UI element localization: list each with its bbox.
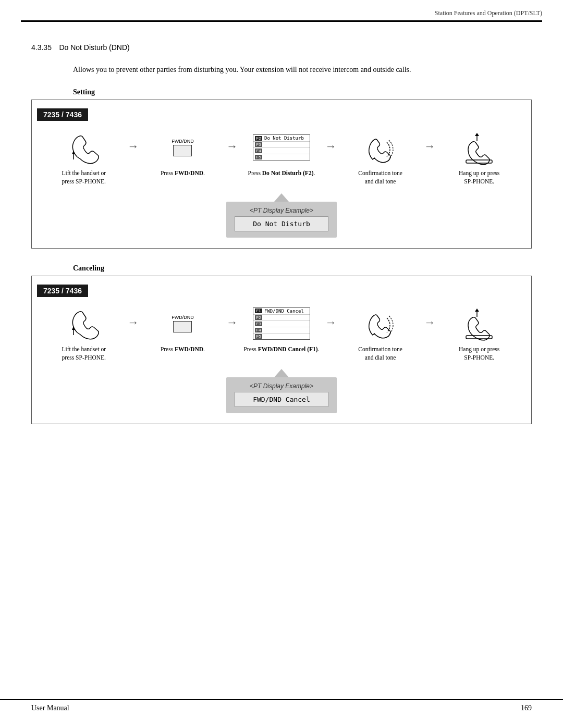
fwd-dnd-button-icon: FWD/DND xyxy=(172,129,194,166)
setting-step-1: Lift the handset orpress SP-PHONE. xyxy=(42,129,126,186)
section-heading: Do Not Disturb (DND) xyxy=(59,43,129,52)
setting-pt-arrow xyxy=(274,193,289,202)
header-text: Station Features and Operation (DPT/SLT) xyxy=(435,9,542,17)
hangup-icon xyxy=(463,129,495,166)
footer-left: User Manual xyxy=(31,704,69,712)
canceling-pt-display: <PT Display Example> FWD/DND Cancel xyxy=(37,369,526,413)
setting-step-4: Confirmation toneand dial tone xyxy=(339,129,422,186)
canceling-step-4: Confirmation toneand dial tone xyxy=(339,305,422,362)
setting-step-3-label: Press Do Not Disturb (F2). xyxy=(248,169,315,177)
page-content: 4.3.35 Do Not Disturb (DND) Allows you t… xyxy=(0,22,563,471)
canceling-label: Canceling xyxy=(31,264,532,273)
canceling-step-4-label: Confirmation toneand dial tone xyxy=(358,345,402,362)
canceling-step-1: Lift the handset orpress SP-PHONE. xyxy=(42,305,126,362)
cancel-arrow-2: → xyxy=(224,316,240,329)
canceling-pt-screen: FWD/DND Cancel xyxy=(235,392,328,407)
display-panel-icon: F2 Do Not Disturb F3 F4 F5 xyxy=(253,129,310,166)
setting-pt-wrapper: <PT Display Example> Do Not Disturb xyxy=(226,202,337,238)
arrow-3: → xyxy=(323,140,339,153)
svg-marker-0 xyxy=(72,151,75,154)
canceling-step-2: FWD/DND Press FWD/DND. xyxy=(141,305,225,353)
page-header: Station Features and Operation (DPT/SLT) xyxy=(0,0,563,20)
setting-step-5-label: Hang up or pressSP-PHONE. xyxy=(459,169,499,186)
cancel-arrow-4: → xyxy=(422,316,437,329)
canceling-step-3: F1 FWD/DND Cancel F2 F3 F4 xyxy=(240,305,323,353)
section-title: 4.3.35 Do Not Disturb (DND) xyxy=(31,38,532,54)
setting-step-3: F2 Do Not Disturb F3 F4 F5 xyxy=(240,129,323,177)
setting-diagram: 7235 / 7436 Lift the handset orpress SP-… xyxy=(31,100,532,248)
canceling-step-1-label: Lift the handset orpress SP-PHONE. xyxy=(62,345,106,362)
canceling-hangup-icon xyxy=(463,305,495,342)
setting-step-4-label: Confirmation toneand dial tone xyxy=(358,169,402,186)
canceling-diagram: 7235 / 7436 Lift the handset orpress SP-… xyxy=(31,276,532,424)
setting-pt-display: <PT Display Example> Do Not Disturb xyxy=(37,193,526,238)
canceling-handset-up-icon xyxy=(67,305,101,342)
page-footer: User Manual 169 xyxy=(0,699,563,712)
confirmation-tone-icon xyxy=(365,129,396,166)
canceling-pt-label: <PT Display Example> xyxy=(250,382,313,390)
cancel-arrow-1: → xyxy=(126,316,141,329)
setting-model-badge: 7235 / 7436 xyxy=(37,108,88,121)
footer-right: 169 xyxy=(521,704,532,712)
canceling-fwd-dnd-icon: FWD/DND xyxy=(172,305,194,342)
svg-marker-7 xyxy=(475,309,479,312)
arrow-1: → xyxy=(126,140,141,153)
setting-steps-row: Lift the handset orpress SP-PHONE. → FWD… xyxy=(37,129,526,186)
setting-step-2: FWD/DND Press FWD/DND. xyxy=(141,129,225,177)
setting-pt-label: <PT Display Example> xyxy=(250,207,313,214)
setting-step-5: Hang up or pressSP-PHONE. xyxy=(437,129,521,186)
handset-up-icon xyxy=(67,129,101,166)
canceling-step-5-label: Hang up or pressSP-PHONE. xyxy=(459,345,499,362)
intro-text: Allows you to prevent other parties from… xyxy=(31,64,532,76)
canceling-step-2-label: Press FWD/DND. xyxy=(161,345,205,353)
canceling-confirmation-tone-icon xyxy=(365,305,396,342)
arrow-4: → xyxy=(422,140,437,153)
canceling-step-3-label: Press FWD/DND Cancel (F1). xyxy=(243,345,319,353)
canceling-step-5: Hang up or pressSP-PHONE. xyxy=(437,305,521,362)
setting-step-1-label: Lift the handset orpress SP-PHONE. xyxy=(62,169,106,186)
canceling-steps-row: Lift the handset orpress SP-PHONE. → FWD… xyxy=(37,305,526,362)
svg-marker-2 xyxy=(475,133,479,136)
setting-pt-screen: Do Not Disturb xyxy=(235,216,328,231)
setting-step-2-label: Press FWD/DND. xyxy=(161,169,205,177)
canceling-pt-wrapper: <PT Display Example> FWD/DND Cancel xyxy=(226,377,337,413)
arrow-2: → xyxy=(224,140,240,153)
svg-marker-5 xyxy=(72,326,75,330)
display-panel-cancel-icon: F1 FWD/DND Cancel F2 F3 F4 xyxy=(253,305,310,342)
setting-label: Setting xyxy=(31,88,532,96)
canceling-model-badge: 7235 / 7436 xyxy=(37,285,88,297)
cancel-arrow-3: → xyxy=(323,316,339,329)
canceling-pt-arrow xyxy=(274,369,289,377)
section-number: 4.3.35 xyxy=(31,43,52,52)
